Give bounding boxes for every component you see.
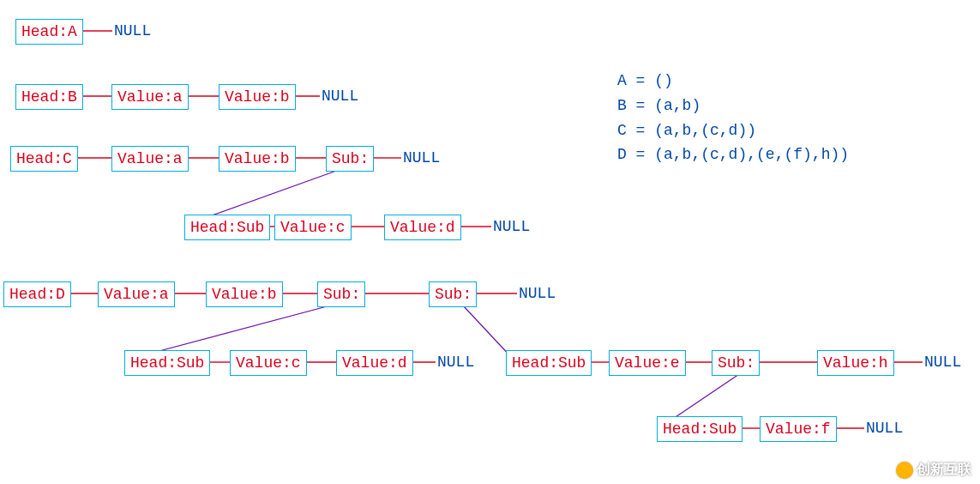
node-C-sub-v2: Value:d — [384, 215, 461, 240]
node-C-v2: Value:b — [219, 146, 296, 172]
null-D-s2s: NULL — [866, 420, 903, 437]
node-D-s1-v1: Value:c — [230, 350, 307, 376]
node-B-v1: Value:a — [111, 84, 189, 110]
node-D-head: Head:D — [3, 281, 71, 307]
node-D-s2s-head: Head:Sub — [657, 416, 743, 442]
node-A-head: Head:A — [15, 19, 83, 45]
node-C-sub: Sub: — [326, 146, 374, 172]
node-B-v2: Value:b — [219, 84, 296, 110]
node-C-sub-head: Head:Sub — [184, 215, 270, 240]
null-D-s1: NULL — [437, 354, 474, 371]
watermark-icon — [896, 462, 913, 479]
node-C-v1: Value:a — [111, 146, 189, 172]
node-D-s1-v2: Value:d — [336, 350, 413, 376]
node-D-s2-head: Head:Sub — [506, 350, 592, 376]
node-C-sub-v1: Value:c — [274, 215, 352, 240]
null-D-s2: NULL — [924, 354, 961, 371]
null-C-sub: NULL — [493, 218, 530, 235]
node-C-head: Head:C — [10, 146, 78, 172]
node-D-v2: Value:b — [206, 281, 283, 307]
watermark-text: 创新互联 — [917, 461, 971, 479]
null-D: NULL — [519, 285, 556, 302]
node-D-sub1: Sub: — [317, 281, 365, 307]
node-D-s1-head: Head:Sub — [124, 350, 210, 376]
node-D-sub2: Sub: — [429, 281, 477, 307]
node-D-s2-v2: Value:h — [817, 350, 894, 376]
null-A: NULL — [114, 22, 151, 39]
node-D-v1: Value:a — [98, 281, 175, 307]
null-B: NULL — [322, 88, 358, 105]
null-C: NULL — [403, 149, 440, 166]
watermark: 创新互联 — [896, 461, 971, 479]
node-D-s2-sub: Sub: — [712, 350, 760, 376]
node-B-head: Head:B — [15, 84, 83, 110]
node-D-s2-v1: Value:e — [609, 350, 686, 376]
legend-block: A = ()B = (a,b)C = (a,b,(c,d))D = (a,b,(… — [617, 69, 849, 167]
node-D-s2s-v1: Value:f — [760, 416, 837, 442]
